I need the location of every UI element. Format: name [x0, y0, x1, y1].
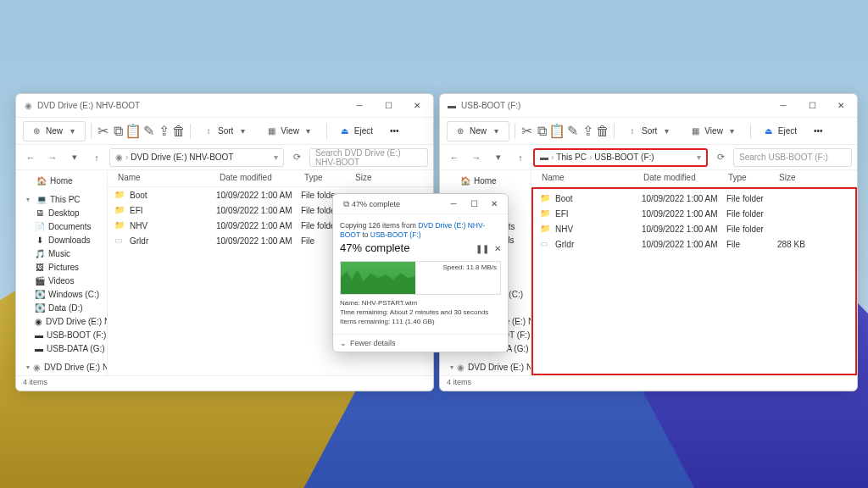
toolbar: ⊕New▾ ✂ ⧉ 📋 ✎ ⇪ 🗑 ↕Sort▾ ▦View▾ ⏏Eject •… [440, 118, 857, 145]
sidebar-item[interactable]: 🖥Desktop [16, 206, 107, 219]
refresh-button[interactable]: ⟳ [287, 148, 306, 167]
copy-summary: Copying 126 items from DVD Drive (E:) NH… [340, 221, 501, 240]
cut-icon[interactable]: ✂ [520, 125, 532, 137]
titlebar[interactable]: ▬ USB-BOOT (F:) ─ ☐ ✕ [440, 94, 857, 118]
disc-icon: ◉ [23, 101, 33, 111]
maximize-button[interactable]: ☐ [798, 95, 826, 117]
sort-button[interactable]: ↕Sort▾ [620, 121, 679, 141]
window-title: DVD Drive (E:) NHV-BOOT [37, 101, 345, 110]
paste-icon[interactable]: 📋 [127, 125, 139, 137]
pause-button[interactable]: ❚❚ [476, 244, 489, 253]
rename-icon[interactable]: ✎ [566, 125, 578, 137]
rename-icon[interactable]: ✎ [142, 125, 154, 137]
back-button[interactable]: ← [21, 148, 40, 167]
minimize-button[interactable]: ─ [443, 196, 464, 213]
new-button[interactable]: ⊕New▾ [447, 121, 509, 141]
sidebar-item[interactable]: 🎬Videos [16, 274, 107, 287]
fewer-details-toggle[interactable]: ⌄ Fewer details [333, 334, 508, 352]
titlebar[interactable]: ◉ DVD Drive (E:) NHV-BOOT ─ ☐ ✕ [16, 94, 433, 118]
cancel-button[interactable]: ✕ [494, 244, 501, 253]
search-input[interactable]: Search USB-BOOT (F:) [733, 148, 852, 167]
share-icon[interactable]: ⇪ [158, 125, 170, 137]
refresh-button[interactable]: ⟳ [711, 148, 730, 167]
toolbar: ⊕New▾ ✂ ⧉ 📋 ✎ ⇪ 🗑 ↕Sort▾ ▦View▾ ⏏Eject •… [16, 118, 433, 145]
column-headers[interactable]: Name Date modified Type Size [108, 170, 433, 187]
sidebar-home[interactable]: 🏠Home [440, 174, 531, 187]
progress-text: 47% complete [340, 241, 470, 254]
sidebar-dvd-section[interactable]: ▾◉DVD Drive (E:) NHV-BOOT [16, 360, 107, 374]
up-button[interactable]: ↑ [511, 148, 530, 167]
new-button[interactable]: ⊕New▾ [23, 121, 86, 141]
disc-icon: ◉ [115, 152, 123, 162]
speed-graph: Speed: 11.8 MB/s [340, 261, 501, 295]
column-headers[interactable]: Name Date modified Type Size [531, 170, 857, 187]
view-button[interactable]: ▦View▾ [259, 121, 321, 141]
close-button[interactable]: ✕ [484, 196, 504, 213]
copy-icon: ⧉ [340, 198, 352, 210]
table-row[interactable]: 📁Boot10/09/2022 1:00 AMFile folder [533, 191, 855, 206]
copy-progress-dialog: ⧉ 47% complete ─ ☐ ✕ Copying 126 items f… [332, 193, 509, 352]
file-list: 📁Boot10/09/2022 1:00 AMFile folder📁EFI10… [531, 187, 857, 375]
eject-button[interactable]: ⏏Eject [756, 121, 804, 141]
delete-icon[interactable]: 🗑 [597, 125, 609, 137]
copy-details: Name: NHV-PSTART.wim Time remaining: Abo… [340, 298, 501, 327]
sidebar-item[interactable]: 🖼Pictures [16, 260, 107, 274]
chevron-down-icon: ⌄ [340, 339, 347, 347]
sidebar-this-pc[interactable]: ▾💻This PC [16, 192, 107, 206]
search-input[interactable]: Search DVD Drive (E:) NHV-BOOT [309, 148, 428, 167]
sidebar-dvd-section[interactable]: ▾◉DVD Drive (E:) NHV-BOOT [440, 360, 531, 374]
sidebar-item[interactable]: 💽Windows (C:) [16, 287, 107, 301]
forward-button[interactable]: → [467, 148, 486, 167]
delete-icon[interactable]: 🗑 [173, 125, 185, 137]
share-icon[interactable]: ⇪ [581, 125, 593, 137]
chevron-down-icon: ▾ [66, 125, 78, 137]
more-button[interactable]: ••• [383, 121, 406, 141]
close-button[interactable]: ✕ [826, 95, 855, 117]
speed-label: Speed: 11.8 MB/s [442, 263, 497, 271]
recent-button[interactable]: ▾ [65, 148, 84, 167]
sidebar-item[interactable]: 📄Documents [16, 219, 107, 233]
window-title: USB-BOOT (F:) [461, 101, 769, 110]
cut-icon[interactable]: ✂ [97, 125, 108, 137]
address-bar: ← → ▾ ↑ ◉› DVD Drive (E:) NHV-BOOT ▾ ⟳ S… [16, 145, 433, 170]
sidebar-item[interactable]: ⬇Downloads [16, 233, 107, 247]
copy-icon[interactable]: ⧉ [536, 125, 548, 137]
dialog-titlebar[interactable]: ⧉ 47% complete ─ ☐ ✕ [333, 194, 508, 214]
more-button[interactable]: ••• [807, 121, 830, 141]
minimize-button[interactable]: ─ [345, 95, 374, 117]
sidebar-item[interactable]: ▬USB-DATA (G:) [16, 341, 107, 355]
minimize-button[interactable]: ─ [769, 95, 798, 117]
close-button[interactable]: ✕ [403, 95, 431, 117]
eject-button[interactable]: ⏏Eject [332, 121, 380, 141]
recent-button[interactable]: ▾ [489, 148, 508, 167]
sidebar-home[interactable]: 🏠Home [16, 174, 107, 187]
table-row[interactable]: 📁EFI10/09/2022 1:00 AMFile folder [533, 206, 855, 221]
dest-link[interactable]: USB-BOOT (F:) [370, 230, 421, 239]
breadcrumb[interactable]: ▬› This PC› USB-BOOT (F:) ▾ [533, 148, 708, 167]
address-bar: ← → ▾ ↑ ▬› This PC› USB-BOOT (F:) ▾ ⟳ Se… [440, 145, 857, 170]
sidebar-item[interactable]: ▬USB-BOOT (F:) [16, 328, 107, 341]
usb-icon: ▬ [540, 152, 548, 162]
sort-button[interactable]: ↕Sort▾ [196, 121, 255, 141]
status-bar: 4 items [440, 375, 857, 391]
sidebar-item[interactable]: 🎵Music [16, 247, 107, 260]
sidebar-item[interactable]: ◉DVD Drive (E:) NHV-BOOT [16, 314, 107, 328]
up-button[interactable]: ↑ [87, 148, 106, 167]
forward-button[interactable]: → [43, 148, 62, 167]
maximize-button[interactable]: ☐ [374, 95, 403, 117]
view-button[interactable]: ▦View▾ [682, 121, 745, 141]
paste-icon[interactable]: 📋 [551, 125, 563, 137]
dialog-title: 47% complete [352, 200, 443, 208]
sidebar-item[interactable]: 💽Data (D:) [16, 301, 107, 314]
usb-icon: ▬ [447, 101, 457, 111]
copy-icon[interactable]: ⧉ [112, 125, 124, 137]
table-row[interactable]: 📁NHV10/09/2022 1:00 AMFile folder [533, 221, 855, 236]
status-bar: 4 items [16, 375, 433, 391]
navigation-sidebar: 🏠Home▾💻This PC🖥Desktop📄Documents⬇Downloa… [16, 170, 108, 375]
back-button[interactable]: ← [445, 148, 464, 167]
table-row[interactable]: ▭Grldr10/09/2022 1:00 AMFile288 KB [533, 236, 855, 252]
maximize-button[interactable]: ☐ [464, 196, 484, 213]
breadcrumb[interactable]: ◉› DVD Drive (E:) NHV-BOOT ▾ [109, 148, 284, 167]
